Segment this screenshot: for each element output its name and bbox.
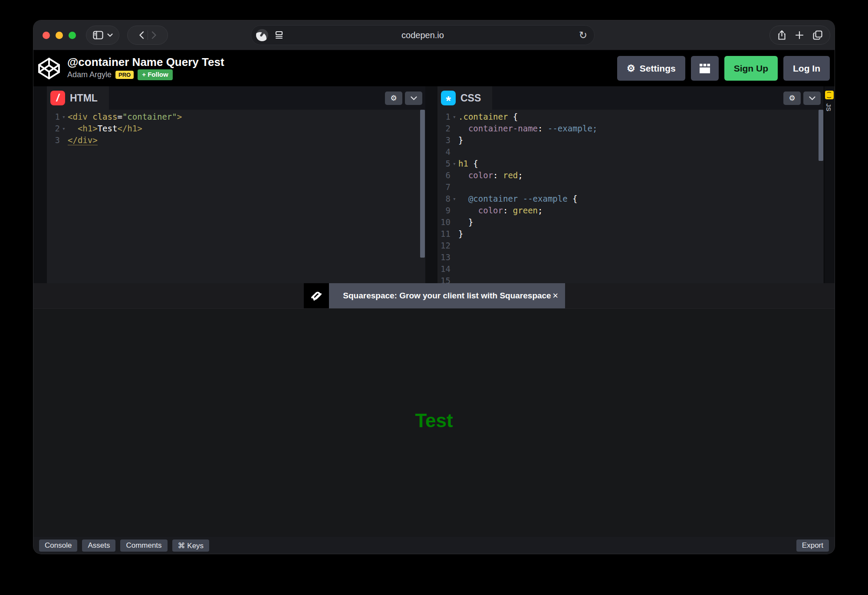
sidebar-toggle-group[interactable] bbox=[86, 26, 119, 45]
gear-icon: ⚙ bbox=[390, 95, 397, 102]
layout-button[interactable] bbox=[691, 56, 719, 81]
tab-overview-icon[interactable] bbox=[812, 30, 823, 40]
close-window-button[interactable] bbox=[43, 32, 50, 39]
desktop: codepen.io ↻ bbox=[0, 0, 868, 595]
js-tab-label: JS bbox=[825, 103, 832, 111]
keys-button[interactable]: ⌘ Keys bbox=[172, 539, 210, 552]
code-line: 3</div> bbox=[47, 134, 425, 146]
tab-css[interactable]: * CSS bbox=[437, 86, 492, 110]
chevron-down-icon bbox=[809, 96, 815, 100]
code-line: 12 bbox=[437, 240, 824, 252]
html-panel-actions: ⚙ bbox=[385, 92, 425, 105]
forward-icon[interactable] bbox=[151, 31, 157, 39]
console-button[interactable]: Console bbox=[39, 539, 77, 552]
html-editor-panel: / HTML ⚙ 1▾<div class="container">2▾ <h1… bbox=[47, 86, 425, 283]
gear-icon: ⚙ bbox=[627, 64, 635, 73]
code-line: 3} bbox=[437, 134, 824, 146]
html-collapse-button[interactable] bbox=[405, 92, 422, 105]
js-collapsed-panel[interactable]: ( ) JS bbox=[824, 86, 835, 283]
code-line: 10 } bbox=[437, 216, 824, 228]
follow-button[interactable]: + Follow bbox=[138, 69, 172, 80]
code-line: 1▾.container { bbox=[437, 111, 824, 123]
settings-label: Settings bbox=[640, 63, 676, 74]
address-bar[interactable]: codepen.io ↻ bbox=[251, 25, 595, 45]
pen-title-block: @container Name Query Test Adam Argyle P… bbox=[67, 56, 224, 80]
html-icon: / bbox=[50, 91, 65, 105]
sign-up-button[interactable]: Sign Up bbox=[724, 56, 778, 81]
log-in-button[interactable]: Log In bbox=[783, 56, 830, 81]
chevron-down-icon bbox=[411, 96, 417, 100]
squarespace-logo-icon bbox=[304, 283, 329, 308]
js-icon: ( ) bbox=[825, 91, 834, 99]
sidebar-icon bbox=[93, 31, 103, 39]
editor-section: / HTML ⚙ 1▾<div class="container">2▾ <h1… bbox=[33, 86, 835, 283]
reload-icon[interactable]: ↻ bbox=[579, 30, 587, 40]
css-tab-label: CSS bbox=[460, 92, 481, 104]
code-line: 7 bbox=[437, 181, 824, 193]
back-icon[interactable] bbox=[139, 31, 144, 39]
assets-button[interactable]: Assets bbox=[82, 539, 115, 552]
bottom-bar: Console Assets Comments ⌘ Keys Export bbox=[33, 537, 835, 554]
css-panel-actions: ⚙ bbox=[783, 92, 824, 105]
zoom-window-button[interactable] bbox=[69, 32, 76, 39]
window-actions-group bbox=[769, 26, 830, 45]
browser-window: codepen.io ↻ bbox=[33, 20, 835, 554]
code-line: 2▾ <h1>Test</h1> bbox=[47, 123, 425, 134]
code-line: 4 bbox=[437, 146, 824, 158]
ad-close-icon[interactable]: × bbox=[552, 283, 558, 308]
byline: Adam Argyle PRO + Follow bbox=[67, 69, 224, 80]
html-tab-label: HTML bbox=[70, 92, 98, 104]
code-line: 2 container-name: --example; bbox=[437, 123, 824, 134]
code-line: 6 color: red; bbox=[437, 170, 824, 181]
layout-grid-icon bbox=[699, 63, 710, 74]
code-line: 8▾ @container --example { bbox=[437, 193, 824, 205]
code-line: 1▾<div class="container"> bbox=[47, 111, 425, 123]
minimize-window-button[interactable] bbox=[56, 32, 63, 39]
author-link[interactable]: Adam Argyle bbox=[67, 70, 112, 79]
html-tabstrip: / HTML ⚙ bbox=[47, 86, 425, 110]
css-editor-panel: * CSS ⚙ 1▾.container {2 container-name: … bbox=[437, 86, 824, 283]
html-scrollbar[interactable] bbox=[420, 110, 425, 258]
pro-badge: PRO bbox=[115, 71, 134, 79]
tab-html[interactable]: / HTML bbox=[47, 86, 109, 110]
codepen-logo-icon[interactable] bbox=[37, 56, 61, 81]
header-actions: ⚙ Settings Sign Up Log In bbox=[617, 56, 835, 81]
code-line: 15 bbox=[437, 275, 824, 283]
html-code-area[interactable]: 1▾<div class="container">2▾ <h1>Test</h1… bbox=[47, 110, 425, 283]
ad-body[interactable]: Squarespace: Grow your client list with … bbox=[329, 283, 565, 308]
nav-divider bbox=[148, 30, 148, 40]
ad-banner[interactable]: Squarespace: Grow your client list with … bbox=[304, 283, 565, 308]
export-button[interactable]: Export bbox=[796, 539, 829, 552]
code-line: 14 bbox=[437, 263, 824, 275]
code-line: 13 bbox=[437, 252, 824, 263]
css-icon: * bbox=[441, 91, 456, 105]
css-scrollbar[interactable] bbox=[819, 110, 823, 161]
gear-icon: ⚙ bbox=[789, 95, 795, 102]
code-line: 9 color: green; bbox=[437, 205, 824, 216]
url-text[interactable]: codepen.io bbox=[251, 30, 594, 40]
ad-text[interactable]: Squarespace: Grow your client list with … bbox=[343, 291, 551, 301]
preview-heading: Test bbox=[33, 410, 835, 432]
pen-title: @container Name Query Test bbox=[67, 56, 224, 68]
codepen-header: @container Name Query Test Adam Argyle P… bbox=[33, 50, 835, 86]
browser-toolbar: codepen.io ↻ bbox=[33, 20, 835, 50]
history-nav-group bbox=[127, 26, 168, 45]
css-settings-button[interactable]: ⚙ bbox=[783, 92, 801, 105]
code-line: 11} bbox=[437, 228, 824, 240]
css-collapse-button[interactable] bbox=[803, 92, 821, 105]
css-code-area[interactable]: 1▾.container {2 container-name: --exampl… bbox=[437, 110, 824, 283]
comments-button[interactable]: Comments bbox=[120, 539, 167, 552]
preview-section: Squarespace: Grow your client list with … bbox=[33, 283, 835, 537]
chevron-down-icon bbox=[107, 33, 113, 37]
new-tab-icon[interactable] bbox=[795, 31, 804, 39]
share-icon[interactable] bbox=[777, 30, 786, 40]
code-line: 5▾h1 { bbox=[437, 158, 824, 170]
css-tabstrip: * CSS ⚙ bbox=[437, 86, 824, 110]
settings-button[interactable]: ⚙ Settings bbox=[617, 56, 685, 81]
html-settings-button[interactable]: ⚙ bbox=[385, 92, 402, 105]
